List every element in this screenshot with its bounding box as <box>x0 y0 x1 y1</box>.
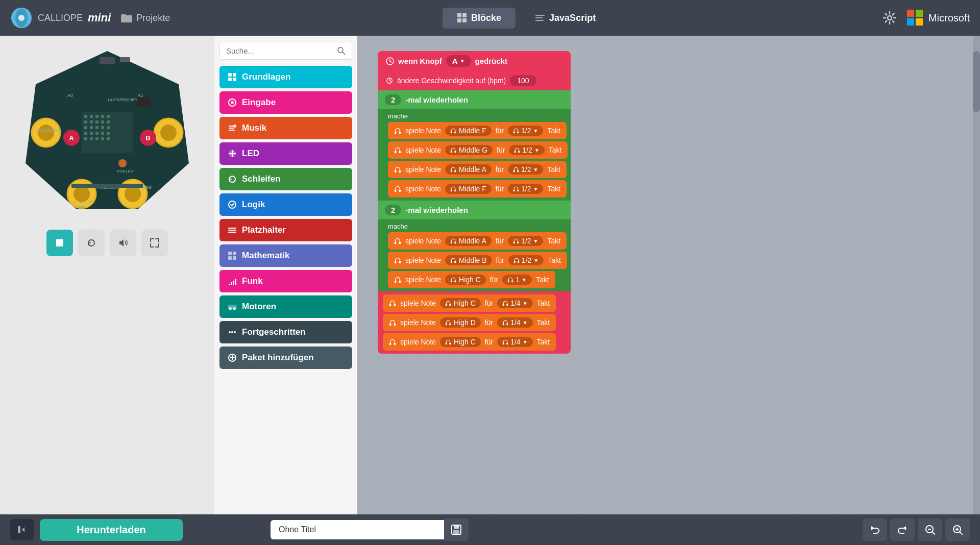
svg-rect-139 <box>389 304 391 306</box>
note-name-pill-1-4[interactable]: Middle F <box>445 184 492 194</box>
note-block-3-2: spiele Note High D für 1/4 ▼ Takt <box>383 314 556 331</box>
footer: Herunterladen <box>0 514 980 545</box>
search-input[interactable] <box>226 46 337 55</box>
svg-rect-101 <box>513 132 515 134</box>
save-button[interactable] <box>444 518 469 541</box>
category-paket[interactable]: Paket hinzufügen <box>219 346 352 369</box>
notes-group-2: spiele Note Middle A für 1/2 ▼ <box>388 232 568 288</box>
svg-rect-141 <box>446 304 447 306</box>
category-eingabe[interactable]: Eingabe <box>219 91 352 114</box>
scrollbar-thumb[interactable] <box>973 51 980 112</box>
svg-rect-33 <box>95 126 99 129</box>
event-button-pill[interactable]: A ▼ <box>446 55 471 67</box>
note-headphone-icon <box>450 128 456 134</box>
svg-rect-150 <box>506 324 508 326</box>
svg-rect-45 <box>107 137 110 140</box>
note-duration-pill-1-3[interactable]: 1/2 ▼ <box>508 164 543 175</box>
note-dur-pill-3-3[interactable]: 1/4 ▼ <box>497 337 532 347</box>
note-block-2-1: spiele Note Middle A für 1/2 ▼ <box>388 232 567 250</box>
category-mathematik[interactable]: Mathematik <box>219 244 352 267</box>
category-schleifen[interactable]: Schleifen <box>219 168 352 190</box>
category-platzhalter[interactable]: Platzhalter <box>219 219 352 241</box>
repeat-block-2: 2 -mal wiederholen mache spiele Note M <box>378 201 571 291</box>
svg-point-66 <box>338 47 343 53</box>
category-logik[interactable]: Logik <box>219 193 352 216</box>
da-2-3: ▼ <box>522 277 527 283</box>
search-box[interactable] <box>219 42 352 60</box>
hp-2-1 <box>394 237 401 244</box>
mathematik-icon <box>228 251 237 260</box>
note-name-pill-1-3[interactable]: Middle A <box>445 164 492 175</box>
svg-rect-157 <box>18 526 20 533</box>
stop-button[interactable] <box>46 230 73 256</box>
note-name-pill-2-2[interactable]: Middle B <box>445 255 492 265</box>
note-duration-pill-1-1[interactable]: 1/2 ▼ <box>508 126 543 136</box>
note-name-pill-2-1[interactable]: Middle A <box>445 236 492 246</box>
category-musik[interactable]: Musik <box>219 117 352 139</box>
zoom-in-button[interactable] <box>945 518 970 541</box>
speed-value: 100 <box>510 75 536 86</box>
dph-3-1 <box>502 300 508 306</box>
svg-rect-43 <box>95 137 99 140</box>
note-block-1-2: spiele Note Middle G für 1/2 ▼ <box>388 141 568 159</box>
note-dur-pill-3-2[interactable]: 1/4 ▼ <box>497 317 532 328</box>
code-canvas[interactable]: wenn Knopf A ▼ gedrückt ändere Geschwind… <box>357 36 980 514</box>
redo-button[interactable] <box>890 518 915 541</box>
zoom-out-button[interactable] <box>918 518 942 541</box>
expand-button[interactable] <box>141 230 168 256</box>
canvas-scrollbar[interactable] <box>973 36 980 514</box>
settings-icon[interactable] <box>883 11 897 25</box>
category-fortgeschritten[interactable]: Fortgeschritten <box>219 321 352 343</box>
tab-javascript[interactable]: JavaScript <box>521 8 610 29</box>
tab-bloecke-label: Blöcke <box>471 13 501 23</box>
tab-javascript-label: JavaScript <box>549 13 596 23</box>
note-name-pill-2-3[interactable]: High C <box>445 275 486 285</box>
ms-squares-icon <box>907 10 923 26</box>
svg-point-10 <box>888 16 892 20</box>
category-funk[interactable]: Funk <box>219 270 352 292</box>
note-duration-pill-1-4[interactable]: 1/2 ▼ <box>508 184 543 194</box>
undo-button[interactable] <box>863 518 887 541</box>
note-name-pill-1-2[interactable]: Middle G <box>445 145 493 155</box>
note-dur-pill-3-1[interactable]: 1/4 ▼ <box>497 298 532 308</box>
svg-rect-81 <box>233 252 236 255</box>
note-name-pill-3-1[interactable]: High C <box>440 298 481 308</box>
refresh-button[interactable] <box>78 230 105 256</box>
svg-rect-119 <box>513 190 515 192</box>
title-input[interactable] <box>271 520 444 539</box>
category-motoren[interactable]: Motoren <box>219 295 352 318</box>
note-duration-1-1: 1/2 <box>521 127 531 135</box>
svg-point-91 <box>229 331 231 333</box>
note-dur-pill-2-2[interactable]: 1/2 ▼ <box>508 255 544 265</box>
category-grundlagen[interactable]: Grundlagen <box>219 66 352 88</box>
collapse-button[interactable] <box>10 519 34 540</box>
category-led[interactable]: LED <box>219 142 352 165</box>
dh-icon-4 <box>513 186 519 192</box>
event-block: wenn Knopf A ▼ gedrückt <box>378 51 571 71</box>
note-name-pill-3-2[interactable]: High D <box>440 317 481 328</box>
calliope-board-svg: A B LAGESENSOR LAUTSPRECHER RGB LED PROZ… <box>20 46 194 219</box>
svg-rect-153 <box>446 343 447 345</box>
note-dur-pill-2-3[interactable]: 1 ▼ <box>502 275 532 285</box>
note-name-pill-1-1[interactable]: Middle F <box>445 126 492 136</box>
event-button-value: A <box>452 57 458 65</box>
dur-arrow-1-4: ▼ <box>533 186 538 192</box>
note-dur-2-3: 1 <box>516 276 520 284</box>
takt-1-4: Takt <box>547 185 560 193</box>
note-name-pill-3-3[interactable]: High C <box>440 337 481 347</box>
header-right: Microsoft <box>883 10 970 26</box>
spiele-note-2-2: spiele Note <box>405 256 441 264</box>
note-dur-pill-2-1[interactable]: 1/2 ▼ <box>508 236 543 246</box>
svg-rect-137 <box>508 281 509 283</box>
sound-button[interactable] <box>110 230 136 256</box>
note-duration-pill-1-2[interactable]: 1/2 ▼ <box>509 145 544 155</box>
repeat-label-2: -mal wiederholen <box>405 206 468 214</box>
dh-icon-3 <box>513 166 519 172</box>
download-button[interactable]: Herunterladen <box>40 519 183 541</box>
svg-rect-115 <box>395 190 397 192</box>
projekte-nav[interactable]: Projekte <box>121 13 170 23</box>
tab-bloecke[interactable]: Blöcke <box>443 8 516 29</box>
takt-3-2: Takt <box>537 318 550 327</box>
svg-rect-21 <box>84 115 87 118</box>
svg-rect-28 <box>95 120 99 123</box>
